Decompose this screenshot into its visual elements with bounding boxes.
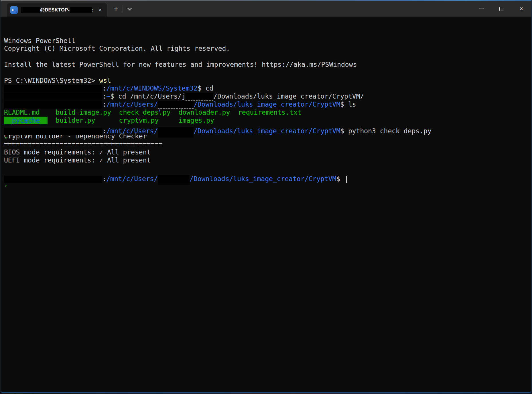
text-segment: /mnt/c/WINDOWS/System32 <box>106 85 198 92</box>
redaction-box <box>70 7 92 13</box>
text-segment: __pycache__ <box>4 117 48 124</box>
terminal-line-4: Install the latest PowerShell for new fe… <box>4 61 529 69</box>
powershell-icon: >_ <box>10 6 18 14</box>
terminal-line-9: :/mnt/c/Users/‚/Downloads/luks_image_cre… <box>4 101 529 109</box>
redaction-box: ‚ <box>4 176 102 183</box>
tab-dropdown-button[interactable] <box>125 4 134 14</box>
redaction-box: ‚ <box>158 101 194 109</box>
terminal-line-12: ‚:/mnt/c/Users//Downloads/luks_image_cre… <box>4 124 529 132</box>
redaction-remnant: ‚ <box>4 181 8 187</box>
terminal-line-14: ======================================== <box>4 140 529 148</box>
terminal-line-17 <box>4 164 529 172</box>
text-segment: /mnt/c/Users/ <box>106 175 158 183</box>
text-segment <box>48 117 56 124</box>
text-segment: ======================================== <box>4 140 163 148</box>
terminal-line-8: :~$ cd /mnt/c/Users/j/Downloads/luks_ima… <box>4 93 529 101</box>
text-segment: $ cd /mnt/c/Users/ <box>110 93 182 100</box>
redaction-box <box>158 127 194 138</box>
terminal-screen[interactable]: Windows PowerShellCopyright (C) Microsof… <box>1 17 531 392</box>
text-segment: : <box>102 85 106 92</box>
tab-powershell[interactable]: >_ @DESKTOP-: × <box>7 3 107 17</box>
terminal-line-5 <box>4 69 529 77</box>
text-segment: $ ls <box>340 101 356 108</box>
terminal-line-15: BIOS mode requirements: ✓ All present <box>4 148 529 156</box>
redaction-remnant: ‚ <box>158 105 162 112</box>
text-segment: ~ <box>106 93 110 100</box>
terminal-line-18: ‚:/mnt/c/Users//Downloads/luks_image_cre… <box>4 172 529 180</box>
text-segment: $ <box>336 175 344 183</box>
terminal-line-6: PS C:\WINDOWS\System32> wsl <box>4 77 529 85</box>
terminal-lines: Windows PowerShellCopyright (C) Microsof… <box>4 37 529 180</box>
terminal-line-16: UEFI mode requirements: ✓ All present <box>4 156 529 164</box>
terminal-line-2: Copyright (C) Microsoft Corporation. All… <box>4 45 529 53</box>
text-segment: j <box>182 93 186 100</box>
chevron-down-icon <box>127 6 132 10</box>
text-segment: /Downloads/luks_image_creator/CryptVM <box>190 175 336 183</box>
text-segment: README.md build-image.py check_deps.py d… <box>4 109 302 116</box>
text-segment: builder.py cryptvm.py images.py <box>56 117 214 124</box>
text-segment: PS C:\WINDOWS\System32> <box>4 77 99 84</box>
minimize-icon <box>479 9 484 9</box>
minimize-button[interactable] <box>471 1 491 17</box>
tab-title-text: @DESKTOP- <box>40 7 70 13</box>
text-segment: : <box>102 101 106 108</box>
text-segment: : <box>102 93 106 100</box>
text-segment: Install the latest PowerShell for new fe… <box>4 61 357 68</box>
text-cursor <box>346 176 347 183</box>
maximize-icon <box>499 7 503 11</box>
window-controls: × <box>471 1 531 17</box>
redaction-box <box>4 93 102 101</box>
text-segment: Copyright (C) Microsoft Corporation. All… <box>4 45 230 52</box>
text-segment: /Downloads/luks_image_creator/CryptVM/ <box>213 93 364 100</box>
terminal-window: >_ @DESKTOP-: × + × Windows PowerShellCo… <box>0 0 532 393</box>
terminal-line-7: :/mnt/c/WINDOWS/System32$ cd <box>4 85 529 93</box>
titlebar[interactable]: >_ @DESKTOP-: × + × <box>1 1 531 17</box>
titlebar-drag-region[interactable] <box>134 1 471 17</box>
terminal-line-1: Windows PowerShell <box>4 37 529 45</box>
close-button[interactable]: × <box>511 1 531 17</box>
redaction-remnant: ‚ <box>4 133 8 139</box>
text-segment: BIOS mode requirements: ✓ All present <box>4 148 151 156</box>
text-segment: /mnt/c/Users/ <box>106 101 158 108</box>
redaction-box <box>21 7 40 13</box>
terminal-line-11: __pycache__ builder.py cryptvm.py images… <box>4 117 529 125</box>
text-segment: /Downloads/luks_image_creator/CryptVM <box>194 127 340 135</box>
redaction-box <box>186 93 213 101</box>
tab-title-text: : <box>92 7 94 13</box>
terminal-line-10: README.md build-image.py check_deps.py d… <box>4 109 529 117</box>
maximize-button[interactable] <box>491 1 511 17</box>
terminal-line-3 <box>4 53 529 61</box>
new-tab-button[interactable]: + <box>111 4 121 14</box>
text-segment: wsl <box>99 77 111 84</box>
redaction-box <box>4 101 102 109</box>
text-segment: $ python3 check_deps.py <box>340 127 431 135</box>
toolbar-separator <box>123 5 123 13</box>
redaction-box <box>4 85 102 93</box>
redaction-box <box>158 175 190 185</box>
text-segment: $ cd <box>198 85 213 92</box>
text-segment: /Downloads/luks_image_creator/CryptVM <box>194 101 340 108</box>
tab-title: @DESKTOP-: <box>21 7 96 13</box>
text-segment: : <box>102 175 106 183</box>
redaction-box: ‚ <box>4 128 102 135</box>
tab-close-icon[interactable]: × <box>96 6 104 14</box>
text-segment: Windows PowerShell <box>4 37 75 44</box>
text-segment: UEFI mode requirements: ✓ All present <box>4 156 151 164</box>
